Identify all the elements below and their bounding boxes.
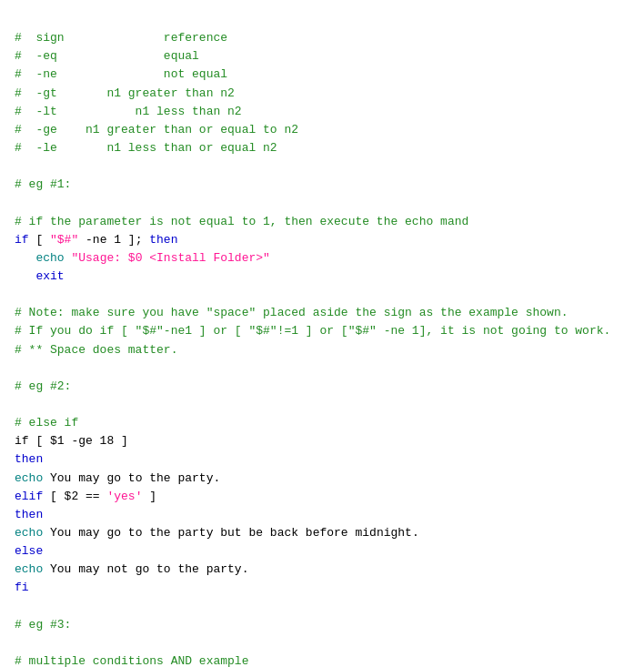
code-block: # sign reference # -eq equal # -ne not e…	[15, 11, 629, 667]
line-echo1: echo "Usage: $0 <Install Folder>"	[15, 251, 270, 265]
line-then1: then	[15, 452, 43, 466]
line-note3: # ** Space does matter.	[15, 343, 177, 357]
line-4: # -gt n1 greater than n2	[15, 86, 235, 100]
line-eg3-label: # eg #3:	[15, 618, 71, 632]
code-container: # sign reference # -eq equal # -ne not e…	[15, 11, 629, 667]
line-if1: if [ "$#" -ne 1 ]; then	[15, 233, 177, 247]
line-2: # -eq equal	[15, 49, 199, 63]
line-5: # -lt n1 less than n2	[15, 105, 242, 118]
line-exit: exit	[15, 269, 65, 283]
line-eg1-label: # eg #1:	[15, 177, 71, 191]
line-7: # -le n1 less than or equal n2	[15, 141, 277, 155]
line-eg2-label: # eg #2:	[15, 379, 71, 393]
line-if2: if [ $1 -ge 18 ]	[15, 434, 128, 448]
line-comment-if: # if the parameter is not equal to 1, th…	[15, 215, 468, 228]
line-fi1: fi	[15, 581, 29, 594]
line-1: # sign reference	[15, 31, 227, 45]
line-note2: # If you do if [ "$#"-ne1 ] or [ "$#"!=1…	[15, 324, 610, 338]
line-elseif-comment: # else if	[15, 416, 78, 430]
line-else1: else	[15, 544, 43, 558]
line-echo2: echo You may go to the party.	[15, 471, 220, 485]
line-note1: # Note: make sure you have "space" place…	[15, 306, 569, 319]
line-elif: elif [ $2 == 'yes' ]	[15, 490, 156, 503]
line-and-comment: # multiple conditions AND example	[15, 654, 248, 667]
line-6: # -ge n1 greater than or equal to n2	[15, 123, 298, 136]
line-then2: then	[15, 508, 43, 521]
line-echo4: echo You may not go to the party.	[15, 562, 248, 576]
line-3: # -ne not equal	[15, 67, 227, 81]
line-echo3: echo You may go to the party but be back…	[15, 526, 419, 540]
